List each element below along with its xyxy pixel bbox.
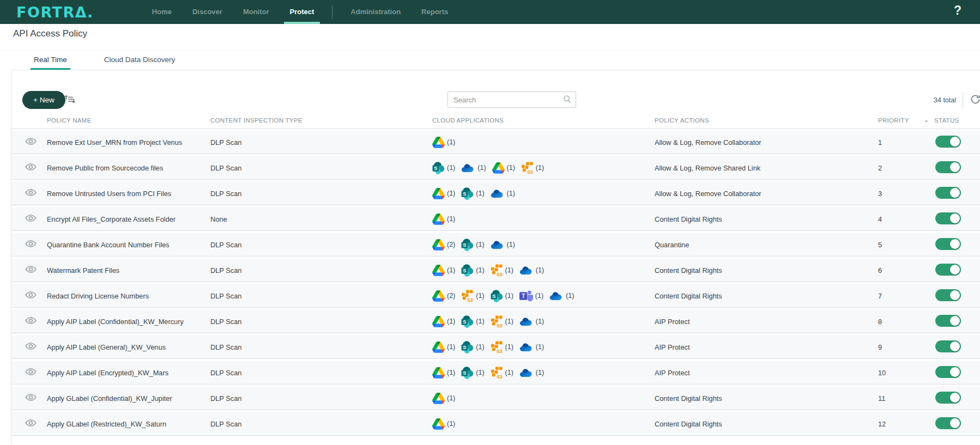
table-row[interactable]: Apply GLabel (Confidential)_KW_JupiterDL… bbox=[11, 387, 980, 410]
table-row[interactable]: Remove Ext User_MRN from Project VenusDL… bbox=[11, 131, 980, 154]
search-box bbox=[447, 92, 576, 108]
app-instance-count: (1) bbox=[536, 164, 544, 172]
table-row[interactable]: Remove Untrusted Users from PCI FilesDLP… bbox=[11, 182, 980, 205]
policy-table-body: Remove Ext User_MRN from Project VenusDL… bbox=[11, 131, 980, 436]
preview-eye-icon[interactable] bbox=[25, 316, 37, 326]
nav-item-protect[interactable]: Protect bbox=[280, 0, 325, 24]
content-inspection-type: DLP Scan bbox=[210, 138, 432, 147]
preview-eye-icon[interactable] bbox=[25, 368, 37, 377]
app-instance-count: (1) bbox=[447, 138, 455, 146]
onedrive-icon bbox=[519, 317, 534, 326]
nav-item-home[interactable]: Home bbox=[142, 0, 182, 24]
app-instance-count: (1) bbox=[476, 190, 484, 197]
refresh-icon[interactable] bbox=[970, 94, 980, 107]
status-toggle[interactable] bbox=[935, 238, 961, 250]
nav-item-reports[interactable]: Reports bbox=[411, 0, 458, 24]
content-inspection-type: DLP Scan bbox=[210, 190, 432, 198]
priority-value: 10 bbox=[878, 369, 934, 377]
sharepoint-icon: S bbox=[461, 264, 474, 277]
preview-eye-icon[interactable] bbox=[25, 342, 37, 352]
toolbar: + New 34 total bbox=[11, 91, 980, 109]
app-instance-count: (1) bbox=[447, 190, 455, 197]
nav-item-monitor[interactable]: Monitor bbox=[233, 0, 280, 24]
eye-cell bbox=[11, 393, 47, 403]
status-toggle[interactable] bbox=[935, 187, 961, 199]
app-instance-count: (1) bbox=[566, 292, 574, 300]
table-row[interactable]: Apply GLabel (Restricted)_KW_SaturnDLP S… bbox=[11, 412, 980, 436]
preview-eye-icon[interactable] bbox=[25, 137, 37, 147]
new-policy-button[interactable]: + New bbox=[22, 91, 65, 109]
sharepoint-icon: S bbox=[461, 341, 474, 353]
policy-actions: Allow & Log, Remove Collaborator bbox=[655, 138, 878, 147]
status-toggle[interactable] bbox=[935, 366, 961, 378]
nav-item-discover[interactable]: Discover bbox=[182, 0, 233, 24]
cloud-app: (1) bbox=[519, 317, 544, 326]
priority-value: 8 bbox=[878, 318, 934, 326]
sharepoint-icon: S bbox=[461, 367, 474, 379]
col-priority[interactable]: PRIORITY ▲ bbox=[878, 117, 934, 124]
preview-eye-icon[interactable] bbox=[25, 291, 37, 301]
table-row[interactable]: Apply AIP Label (Encrypted)_KW_MarsDLP S… bbox=[11, 361, 980, 385]
cloud-app: (1) bbox=[432, 137, 455, 148]
status-cell bbox=[934, 340, 980, 354]
preview-eye-icon[interactable] bbox=[25, 163, 37, 173]
sort-ascending-icon: ▲ bbox=[924, 118, 929, 123]
table-row[interactable]: Apply AIP Label (General)_KW_VenusDLP Sc… bbox=[11, 336, 980, 359]
col-policy-name[interactable]: POLICY NAME bbox=[47, 117, 210, 124]
status-toggle[interactable] bbox=[935, 289, 961, 301]
status-toggle[interactable] bbox=[935, 136, 961, 148]
reorder-priorities-icon[interactable] bbox=[62, 93, 78, 107]
s3-icon: S3 bbox=[491, 367, 503, 379]
tab-cloud-data-discovery[interactable]: Cloud Data Discovery bbox=[101, 52, 179, 70]
app-instance-count: (1) bbox=[505, 292, 513, 300]
priority-value: 9 bbox=[878, 343, 934, 351]
toolbar-divider bbox=[963, 92, 963, 108]
help-icon[interactable]: ? bbox=[954, 3, 961, 18]
svg-text:S3: S3 bbox=[497, 348, 503, 353]
status-toggle[interactable] bbox=[935, 417, 961, 429]
status-toggle[interactable] bbox=[935, 340, 961, 352]
status-toggle[interactable] bbox=[935, 315, 961, 327]
google-drive-icon bbox=[432, 418, 445, 430]
table-row[interactable]: Remove Public from Sourcecode filesDLP S… bbox=[11, 156, 980, 180]
sharepoint-icon: S bbox=[432, 162, 445, 174]
col-content-inspection-type[interactable]: CONTENT INSPECTION TYPE bbox=[210, 117, 432, 124]
policy-name: Encrypt All Files_Corporate Assets Folde… bbox=[47, 215, 210, 223]
status-toggle[interactable] bbox=[935, 212, 961, 224]
status-toggle[interactable] bbox=[935, 161, 961, 173]
status-toggle[interactable] bbox=[935, 264, 961, 276]
search-input[interactable] bbox=[447, 92, 576, 108]
app-instance-count: (2) bbox=[447, 241, 455, 248]
preview-eye-icon[interactable] bbox=[25, 393, 37, 403]
preview-eye-icon[interactable] bbox=[25, 214, 37, 224]
preview-eye-icon[interactable] bbox=[25, 419, 37, 429]
cloud-applications: (1)S(1)S3(1)(1) bbox=[432, 367, 655, 379]
col-cloud-applications[interactable]: CLOUD APPLICATIONS bbox=[432, 117, 655, 124]
eye-cell bbox=[11, 188, 47, 198]
table-row[interactable]: Watermark Patent FilesDLP Scan(1)S(1)S3(… bbox=[11, 259, 980, 282]
preview-eye-icon[interactable] bbox=[25, 188, 37, 198]
policy-actions: Content Digital Rights bbox=[655, 394, 878, 403]
app-instance-count: (1) bbox=[505, 266, 513, 274]
status-cell bbox=[934, 417, 980, 431]
preview-eye-icon[interactable] bbox=[25, 265, 37, 275]
policy-actions: AIP Protect bbox=[655, 369, 878, 377]
col-status[interactable]: STATUS bbox=[934, 117, 980, 124]
table-row[interactable]: Apply AIP Label (Confidential)_KW_Mercur… bbox=[11, 310, 980, 333]
col-policy-actions[interactable]: POLICY ACTIONS bbox=[655, 117, 878, 124]
tab-real-time[interactable]: Real Time bbox=[31, 52, 70, 70]
cloud-applications: (2)S3(1)S(1)T(1)(1) bbox=[432, 290, 655, 302]
preview-eye-icon[interactable] bbox=[25, 240, 37, 249]
svg-text:S: S bbox=[463, 319, 466, 325]
table-row[interactable]: Quarantine Bank Account Number FilesDLP … bbox=[11, 233, 980, 257]
table-row[interactable]: Encrypt All Files_Corporate Assets Folde… bbox=[11, 208, 980, 231]
status-toggle[interactable] bbox=[935, 392, 961, 404]
app-instance-count: (1) bbox=[536, 318, 544, 325]
policy-name: Remove Ext User_MRN from Project Venus bbox=[47, 138, 210, 147]
app-instance-count: (1) bbox=[476, 241, 484, 248]
nav-item-administration[interactable]: Administration bbox=[340, 0, 411, 24]
policy-actions: AIP Protect bbox=[655, 318, 878, 326]
table-row[interactable]: Redact Driving License NumbersDLP Scan(2… bbox=[11, 284, 980, 308]
app-instance-count: (1) bbox=[447, 164, 455, 172]
status-cell bbox=[934, 289, 980, 303]
